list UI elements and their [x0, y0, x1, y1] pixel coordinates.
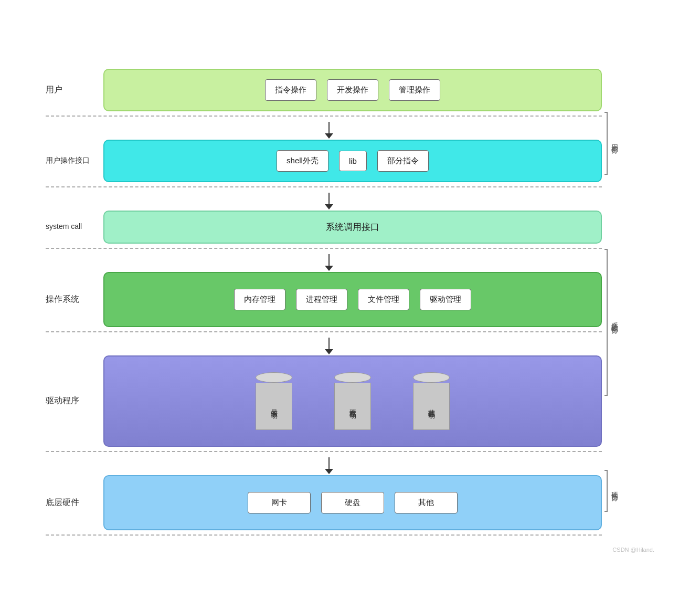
ui-label: 用户操作接口 [46, 156, 103, 165]
hw-layer-box: 网卡 硬盘 其他 [103, 475, 602, 530]
ui-row: 用户操作接口 shell外壳 lib 部分指令 [46, 140, 602, 182]
driver-label: 驱动程序 [46, 395, 103, 406]
cylinder-top-0 [256, 372, 292, 383]
cylinder-text-2: 其他驱动 [427, 404, 436, 408]
cylinder-1: 硬盘驱动 [329, 372, 376, 430]
ui-item-0: shell外壳 [277, 150, 328, 172]
arrow-4 [103, 337, 555, 355]
syscall-label: system call [46, 222, 103, 232]
cylinder-text-0: 显卡驱动 [269, 404, 279, 408]
hw-label: 底层硬件 [46, 497, 103, 508]
cylinder-2: 其他驱动 [408, 372, 455, 430]
right-brackets-svg [602, 69, 652, 540]
ui-item-1: lib [339, 151, 367, 171]
cylinder-0: 显卡驱动 [250, 372, 298, 430]
user-row: 用户 指令操作 开发操作 管理操作 [46, 69, 602, 111]
os-layer-box: 内存管理 进程管理 文件管理 驱动管理 [103, 272, 602, 327]
ui-item-2: 部分指令 [377, 150, 429, 172]
syscall-content: 系统调用接口 [326, 221, 379, 233]
os-item-2: 文件管理 [358, 289, 409, 310]
ui-layer-box: shell外壳 lib 部分指令 [103, 140, 602, 182]
hw-item-2: 其他 [395, 492, 458, 513]
syscall-row: system call 系统调用接口 [46, 211, 602, 244]
user-layer-box: 指令操作 开发操作 管理操作 [103, 69, 602, 111]
cylinder-top-2 [413, 372, 450, 383]
cylinder-body-2: 其他驱动 [413, 383, 450, 430]
arrow-5 [103, 456, 555, 475]
watermark: CSDN @Hiland. [612, 547, 654, 553]
arrow-1 [103, 121, 555, 140]
cylinder-body-1: 硬盘驱动 [334, 383, 371, 430]
arrow-2 [103, 192, 555, 211]
os-item-0: 内存管理 [234, 289, 285, 310]
user-item-2: 管理操作 [389, 79, 440, 101]
cylinder-body-0: 显卡驱动 [256, 383, 292, 430]
cylinder-text-1: 硬盘驱动 [348, 404, 357, 408]
os-item-1: 进程管理 [296, 289, 347, 310]
user-label: 用户 [46, 85, 103, 96]
cylinder-top-1 [334, 372, 371, 383]
driver-layer-box: 显卡驱动 硬盘驱动 [103, 355, 602, 447]
hw-item-1: 硬盘 [321, 492, 384, 513]
os-label: 操作系统 [46, 294, 103, 305]
driver-row: 驱动程序 显卡驱动 [46, 355, 602, 447]
syscall-layer-box: 系统调用接口 [103, 211, 602, 244]
user-item-1: 开发操作 [327, 79, 378, 101]
hw-row: 底层硬件 网卡 硬盘 其他 [46, 475, 602, 530]
user-item-0: 指令操作 [265, 79, 316, 101]
os-row: 操作系统 内存管理 进程管理 文件管理 驱动管理 [46, 272, 602, 327]
hw-item-0: 网卡 [248, 492, 311, 513]
arrow-3 [103, 253, 555, 272]
os-item-3: 驱动管理 [420, 289, 471, 310]
